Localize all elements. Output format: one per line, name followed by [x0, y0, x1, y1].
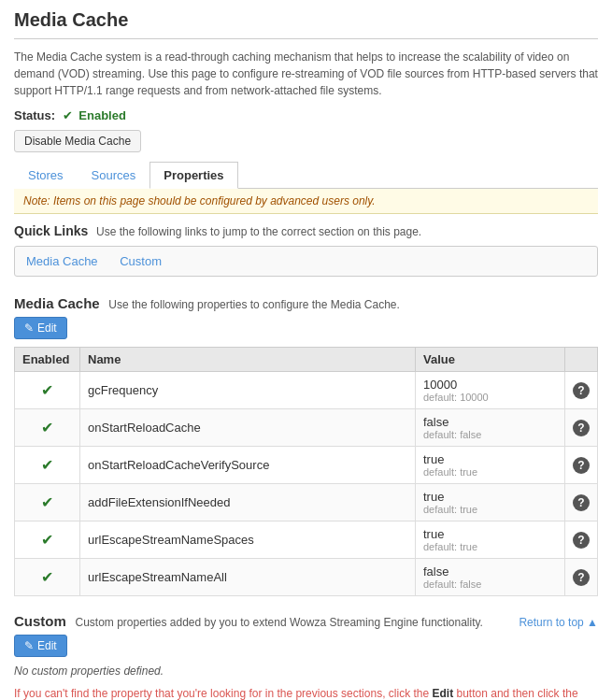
cell-value: 10000default: 10000: [416, 372, 565, 409]
quick-links-description: Use the following links to jump to the c…: [96, 225, 421, 238]
enabled-check-icon: ✔: [41, 494, 53, 510]
cell-help: ?: [565, 372, 598, 409]
table-row: ✔onStartReloadCacheVerifySourcetruedefau…: [15, 447, 598, 484]
pencil-icon-custom: ✎: [24, 639, 34, 652]
enabled-check-icon: ✔: [41, 457, 53, 473]
col-header-enabled: Enabled: [15, 348, 80, 372]
cell-enabled: ✔: [15, 372, 80, 409]
help-icon[interactable]: ?: [573, 532, 590, 549]
cell-help: ?: [565, 409, 598, 447]
cell-help: ?: [565, 521, 598, 559]
cell-enabled: ✔: [15, 409, 80, 447]
media-cache-desc: Use the following properties to configur…: [108, 298, 400, 311]
col-header-help: [565, 348, 598, 372]
status-label: Status:: [14, 108, 55, 122]
status-value: Enabled: [78, 108, 126, 122]
media-cache-edit-row: ✎Edit: [14, 317, 598, 339]
cell-enabled: ✔: [15, 559, 80, 596]
return-to-top-link[interactable]: Return to top ▲: [519, 616, 598, 629]
quick-links-box: Media Cache Custom: [14, 246, 598, 277]
cell-value: truedefault: true: [416, 447, 565, 484]
quick-link-media-cache[interactable]: Media Cache: [26, 254, 98, 268]
cell-enabled: ✔: [15, 484, 80, 521]
cell-name: gcFrequency: [80, 372, 416, 409]
cell-help: ?: [565, 447, 598, 484]
custom-edit-button[interactable]: ✎Edit: [14, 635, 67, 657]
col-header-value: Value: [416, 348, 565, 372]
cell-enabled: ✔: [15, 521, 80, 559]
help-icon[interactable]: ?: [573, 420, 590, 436]
quick-links-section: Quick Links Use the following links to j…: [14, 214, 598, 282]
cell-value: truedefault: true: [416, 521, 565, 559]
table-row: ✔urlEscapeStreamNameSpacestruedefault: t…: [15, 521, 598, 559]
custom-edit-row: ✎Edit: [14, 635, 598, 657]
no-props-text: No custom properties defined.: [14, 664, 598, 678]
enabled-check-icon: ✔: [41, 532, 53, 548]
page-description: The Media Cache system is a read-through…: [14, 49, 598, 99]
table-row: ✔addFileExtensionIfNeededtruedefault: tr…: [15, 484, 598, 521]
cell-name: urlEscapeStreamNameSpaces: [80, 521, 416, 559]
cell-name: urlEscapeStreamNameAll: [80, 559, 416, 596]
cell-help: ?: [565, 559, 598, 596]
title-divider: [14, 38, 598, 39]
tab-sources[interactable]: Sources: [78, 162, 150, 189]
tab-properties[interactable]: Properties: [149, 162, 237, 189]
enabled-check-icon: ✔: [41, 420, 53, 436]
enabled-check-icon: ✔: [41, 382, 53, 398]
custom-header-row: Custom Custom properties added by you to…: [14, 613, 598, 629]
tab-stores[interactable]: Stores: [14, 162, 78, 189]
disable-button[interactable]: Disable Media Cache: [14, 130, 141, 152]
custom-desc: Custom properties added by you to extend…: [75, 616, 482, 629]
pencil-icon: ✎: [24, 321, 34, 335]
note-bar: Note: Items on this page should be confi…: [14, 189, 598, 214]
help-icon[interactable]: ?: [573, 457, 590, 474]
table-row: ✔gcFrequency10000default: 10000?: [15, 372, 598, 409]
media-cache-title: Media Cache: [14, 295, 100, 311]
note-text: Note: Items on this page should be confi…: [23, 194, 376, 207]
help-icon[interactable]: ?: [573, 382, 590, 399]
status-check-icon: ✔: [63, 108, 73, 122]
quick-link-custom[interactable]: Custom: [120, 254, 162, 268]
quick-links-title: Quick Links: [14, 223, 88, 238]
custom-title: Custom: [14, 613, 66, 629]
cell-name: addFileExtensionIfNeeded: [80, 484, 416, 521]
status-row: Status: ✔ Enabled: [14, 108, 598, 122]
bottom-note: If you can't find the property that you'…: [14, 685, 598, 700]
cell-value: truedefault: true: [416, 484, 565, 521]
enabled-check-icon: ✔: [41, 569, 53, 585]
up-arrow-icon: ▲: [587, 616, 598, 629]
col-header-name: Name: [80, 348, 416, 372]
media-cache-edit-button[interactable]: ✎Edit: [14, 317, 67, 339]
page-title: Media Cache: [14, 9, 598, 31]
media-cache-section-header: Media Cache Use the following properties…: [14, 295, 598, 311]
help-icon[interactable]: ?: [573, 569, 590, 586]
table-row: ✔urlEscapeStreamNameAllfalsedefault: fal…: [15, 559, 598, 596]
cell-help: ?: [565, 484, 598, 521]
custom-section: Custom Custom properties added by you to…: [14, 613, 598, 700]
cell-enabled: ✔: [15, 447, 80, 484]
cell-value: falsedefault: false: [416, 409, 565, 447]
cell-name: onStartReloadCache: [80, 409, 416, 447]
properties-table: Enabled Name Value ✔gcFrequency10000defa…: [14, 347, 598, 596]
custom-title-group: Custom Custom properties added by you to…: [14, 613, 483, 629]
tabs-row: Stores Sources Properties: [14, 162, 598, 189]
help-icon[interactable]: ?: [573, 494, 590, 511]
cell-name: onStartReloadCacheVerifySource: [80, 447, 416, 484]
table-row: ✔onStartReloadCachefalsedefault: false?: [15, 409, 598, 447]
cell-value: falsedefault: false: [416, 559, 565, 596]
